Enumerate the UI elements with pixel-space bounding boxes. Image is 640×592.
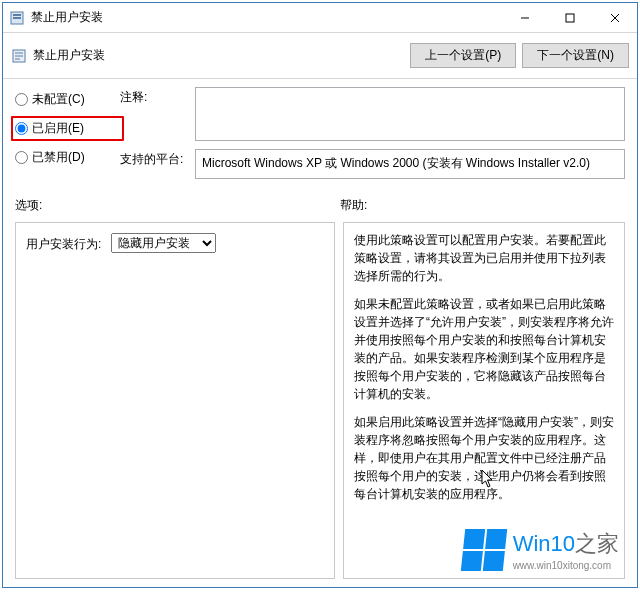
close-button[interactable]: [592, 3, 637, 32]
radio-label: 已启用(E): [32, 120, 84, 137]
radio-disabled[interactable]: 已禁用(D): [15, 149, 120, 166]
window-title: 禁止用户安装: [31, 9, 502, 26]
watermark-url: www.win10xitong.com: [513, 560, 619, 571]
comment-input[interactable]: [195, 87, 625, 141]
prev-setting-button[interactable]: 上一个设置(P): [410, 43, 516, 68]
platform-value: Microsoft Windows XP 或 Windows 2000 (安装有…: [195, 149, 625, 179]
user-install-behavior-select[interactable]: 隐藏用户安装: [111, 233, 216, 253]
svg-rect-4: [566, 14, 574, 22]
enabled-highlight: 已启用(E): [11, 116, 124, 141]
radio-enabled[interactable]: 已启用(E): [15, 120, 118, 137]
platform-label: 支持的平台:: [120, 149, 195, 179]
radio-label: 已禁用(D): [32, 149, 85, 166]
gpedit-icon: [9, 10, 25, 26]
windows-logo-icon: [460, 529, 506, 571]
comment-label: 注释:: [120, 87, 195, 141]
watermark-brand-suffix: 之家: [575, 531, 619, 556]
user-install-behavior-label: 用户安装行为:: [26, 233, 101, 253]
help-paragraph: 如果未配置此策略设置，或者如果已启用此策略设置并选择了“允许用户安装”，则安装程…: [354, 295, 614, 403]
policy-title: 禁止用户安装: [33, 47, 404, 64]
minimize-button[interactable]: [502, 3, 547, 32]
svg-rect-1: [13, 14, 21, 16]
radio-not-configured[interactable]: 未配置(C): [15, 91, 120, 108]
watermark: Win10之家 www.win10xitong.com: [463, 529, 619, 571]
next-setting-button[interactable]: 下一个设置(N): [522, 43, 629, 68]
help-label: 帮助:: [340, 197, 367, 214]
help-paragraph: 使用此策略设置可以配置用户安装。若要配置此策略设置，请将其设置为已启用并使用下拉…: [354, 231, 614, 285]
maximize-button[interactable]: [547, 3, 592, 32]
help-paragraph: 如果启用此策略设置并选择“隐藏用户安装”，则安装程序将忽略按照每个用户安装的应用…: [354, 413, 614, 503]
help-panel: 使用此策略设置可以配置用户安装。若要配置此策略设置，请将其设置为已启用并使用下拉…: [343, 222, 625, 579]
options-label: 选项:: [15, 197, 340, 214]
options-panel: 用户安装行为: 隐藏用户安装: [15, 222, 335, 579]
radio-label: 未配置(C): [32, 91, 85, 108]
svg-rect-2: [13, 17, 21, 19]
watermark-brand-prefix: Win10: [513, 531, 575, 556]
policy-icon: [11, 48, 27, 64]
